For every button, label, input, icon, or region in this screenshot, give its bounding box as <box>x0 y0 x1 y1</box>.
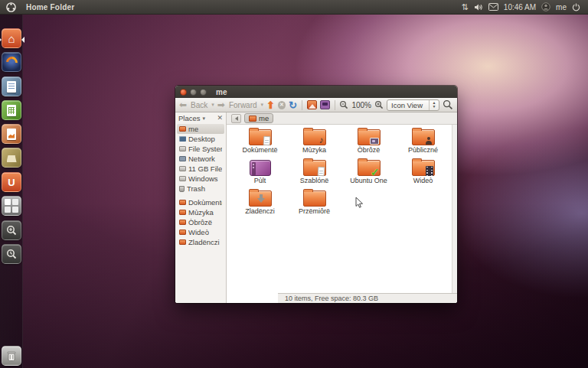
sidebar-item-desktop[interactable]: Desktop <box>177 134 224 144</box>
file-label: Wideò <box>396 177 450 184</box>
folder-icon <box>179 220 186 225</box>
sidebar-item-pictures[interactable]: Òbrôzë <box>177 217 224 227</box>
file-item[interactable]: Zladënczi <box>233 189 287 220</box>
file-grid[interactable]: Dokùmentë ♪ Mùzyka Òbrôzë Pùbliczné Pùlt <box>227 125 457 293</box>
file-item[interactable]: ♪ Mùzyka <box>287 128 341 158</box>
launcher-files-lens[interactable] <box>2 244 21 264</box>
active-app-title[interactable]: Home Folder <box>26 3 74 11</box>
search-icon[interactable] <box>443 99 453 110</box>
sidebar-header-caret-icon[interactable]: ▾ <box>203 116 206 122</box>
power-icon[interactable] <box>572 3 580 11</box>
network-icon[interactable]: ⇅ <box>462 3 469 11</box>
launcher-workspace-switcher[interactable] <box>2 196 21 216</box>
sidebar-close-icon[interactable]: ✕ <box>217 115 223 122</box>
clock[interactable]: 10:46 AM <box>504 3 536 11</box>
file-item[interactable]: Pùbliczné <box>396 128 450 158</box>
window-body: Places ▾ ✕ me Desktop File System Networ… <box>175 112 457 303</box>
forward-button[interactable]: Forward <box>229 101 257 109</box>
home-button-icon[interactable] <box>307 100 317 109</box>
launcher-firefox[interactable] <box>2 52 21 72</box>
film-emblem-icon <box>426 166 433 176</box>
maximize-button[interactable] <box>200 89 207 96</box>
places-sidebar: Places ▾ ✕ me Desktop File System Networ… <box>175 112 227 303</box>
file-item[interactable]: Òbrôzë <box>341 128 396 158</box>
templates-folder-icon <box>303 160 326 176</box>
launcher-ubuntu-one[interactable]: U <box>2 172 21 192</box>
path-scroll-left-button[interactable] <box>231 114 241 123</box>
file-item[interactable]: Dokùmentë <box>233 128 287 158</box>
launcher-libreoffice-calc[interactable] <box>2 100 21 120</box>
zoom-out-icon[interactable] <box>339 100 348 109</box>
minimize-button[interactable] <box>190 89 197 96</box>
sidebar-item-videos[interactable]: Wideò <box>177 227 224 237</box>
file-item[interactable]: ✓ Ubuntu One <box>341 158 396 189</box>
top-panel: Home Folder ⇅ 10:46 AM me <box>0 0 588 15</box>
path-button-me[interactable]: me <box>244 113 273 123</box>
back-arrow-icon[interactable]: ⬅ <box>179 100 187 109</box>
launcher-applications-lens[interactable] <box>2 220 21 240</box>
volume-icon[interactable] <box>474 3 483 11</box>
sidebar-item-network[interactable]: Network <box>177 154 224 164</box>
mail-icon[interactable] <box>488 3 498 11</box>
file-label: Zladënczi <box>233 207 287 215</box>
documents-folder-icon <box>249 129 272 145</box>
computer-button-icon[interactable] <box>320 100 330 109</box>
file-label: Pùbliczné <box>396 146 450 154</box>
desktop-screen-icon <box>250 160 271 176</box>
folder-icon <box>179 230 186 235</box>
file-item[interactable]: Przëmiôrë <box>287 189 341 220</box>
sidebar-item-downloads[interactable]: Zladënczi <box>177 237 224 247</box>
launcher-libreoffice-impress[interactable] <box>2 124 21 144</box>
trash-icon <box>179 186 185 192</box>
check-emblem-icon: ✓ <box>371 167 380 177</box>
downloads-folder-icon <box>249 191 272 207</box>
sidebar-item-file-system[interactable]: File System <box>177 144 224 154</box>
stop-button[interactable]: ✕ <box>278 101 286 109</box>
forward-history-caret[interactable]: ▾ <box>261 102 264 108</box>
mouse-cursor <box>355 197 364 212</box>
sidebar-item-me[interactable]: me <box>177 124 224 134</box>
status-bar: 10 items, Free space: 80.3 GB <box>278 293 457 303</box>
launcher-home-folder[interactable] <box>2 28 21 48</box>
launcher-libreoffice-writer[interactable] <box>2 77 21 96</box>
music-folder-icon: ♪ <box>303 129 326 145</box>
sidebar-item-documents[interactable]: Dokùmentë <box>177 197 224 207</box>
drive-icon <box>179 166 186 171</box>
user-icon[interactable] <box>541 2 550 11</box>
file-manager-window: me ⬅ Back ▾ ➡ Forward ▾ ⬆ ✕ ↻ 100% Icon … <box>175 86 457 303</box>
launcher-ubuntu-software-center[interactable] <box>2 148 21 168</box>
zoom-in-icon[interactable] <box>374 100 384 109</box>
sidebar-header[interactable]: Places <box>178 114 201 122</box>
forward-arrow-icon[interactable]: ➡ <box>217 100 225 109</box>
refresh-button[interactable]: ↻ <box>289 100 297 110</box>
window-titlebar[interactable]: me <box>175 86 457 98</box>
user-menu-label[interactable]: me <box>556 3 567 11</box>
file-item[interactable]: Wideò <box>396 158 450 189</box>
launcher-trash[interactable] <box>2 346 21 366</box>
sidebar-item-trash[interactable]: Trash <box>177 184 224 194</box>
combo-spinner-icon[interactable]: ▲▼ <box>429 100 439 110</box>
folder-icon <box>179 200 186 205</box>
view-mode-select[interactable]: Icon View ▲▼ <box>387 99 439 111</box>
sidebar-item-11gb-filesystem[interactable]: 11 GB Filesystem <box>177 164 224 174</box>
focused-indicator <box>21 37 24 43</box>
sidebar-item-music[interactable]: Mùzyka <box>177 207 224 217</box>
vertical-scrollbar[interactable] <box>452 125 457 293</box>
file-item[interactable]: Pùlt <box>233 158 287 189</box>
ubuntu-one-folder-icon: ✓ <box>358 160 381 176</box>
file-label: Przëmiôrë <box>287 207 341 215</box>
file-label: Pùlt <box>233 177 287 184</box>
close-button[interactable] <box>180 89 187 96</box>
ubuntu-logo[interactable] <box>6 2 16 12</box>
back-button[interactable]: Back <box>191 101 207 109</box>
zoom-level[interactable]: 100% <box>351 101 371 109</box>
path-bar: me <box>227 112 457 125</box>
folder-icon <box>179 239 186 245</box>
up-button[interactable]: ⬆ <box>266 100 275 110</box>
file-item[interactable]: Szablónë <box>287 158 341 189</box>
sidebar-item-windows[interactable]: Windows <box>177 174 224 184</box>
back-history-caret[interactable]: ▾ <box>211 102 214 108</box>
icon-view-pane: me Dokùmentë ♪ Mùzyka Òbrôzë P <box>227 112 457 303</box>
path-label: me <box>259 114 269 122</box>
document-emblem-icon <box>263 136 270 146</box>
